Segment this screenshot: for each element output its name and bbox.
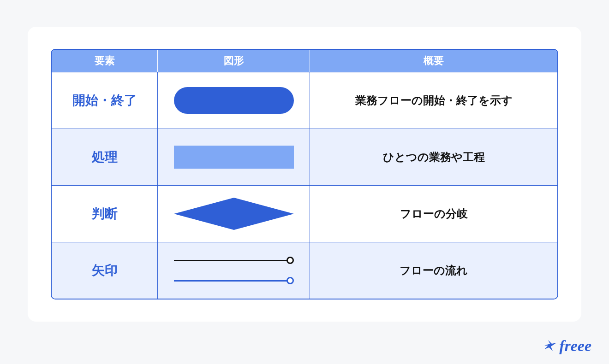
svg-marker-0 [174, 198, 294, 230]
table-row: 矢印 フローの流れ [52, 242, 557, 299]
cell-element: 開始・終了 [52, 72, 158, 129]
card: 要素 図形 概要 開始・終了 業務フローの開始・終了を示す 処理 ひとつの業務や… [28, 27, 581, 322]
cell-shape [158, 129, 310, 185]
header-element: 要素 [52, 50, 158, 72]
cell-summary: フローの流れ [310, 242, 557, 299]
arrow-black-icon [174, 257, 294, 264]
flowchart-legend-table: 要素 図形 概要 開始・終了 業務フローの開始・終了を示す 処理 ひとつの業務や… [51, 49, 558, 299]
cell-shape [158, 186, 310, 242]
cell-summary: 業務フローの開始・終了を示す [310, 72, 557, 129]
header-summary: 概要 [310, 50, 557, 72]
cell-element: 矢印 [52, 242, 158, 299]
cell-shape [158, 72, 310, 129]
table-body: 開始・終了 業務フローの開始・終了を示す 処理 ひとつの業務や工程 判断 [52, 72, 557, 299]
logo-text: freee [559, 337, 591, 355]
process-shape-icon [174, 146, 294, 169]
table-header-row: 要素 図形 概要 [52, 50, 557, 72]
decision-shape-icon [174, 198, 294, 230]
cell-shape [158, 242, 310, 299]
swallow-icon [543, 339, 557, 353]
cell-element: 処理 [52, 129, 158, 185]
header-shape: 図形 [158, 50, 310, 72]
cell-summary: ひとつの業務や工程 [310, 129, 557, 185]
arrow-blue-icon [174, 277, 294, 284]
cell-summary: フローの分岐 [310, 186, 557, 242]
terminator-shape-icon [174, 87, 294, 114]
table-row: 処理 ひとつの業務や工程 [52, 129, 557, 185]
table-row: 開始・終了 業務フローの開始・終了を示す [52, 72, 557, 129]
cell-element: 判断 [52, 186, 158, 242]
table-row: 判断 フローの分岐 [52, 185, 557, 242]
arrow-shapes-icon [174, 257, 294, 284]
freee-logo: freee [543, 337, 591, 355]
